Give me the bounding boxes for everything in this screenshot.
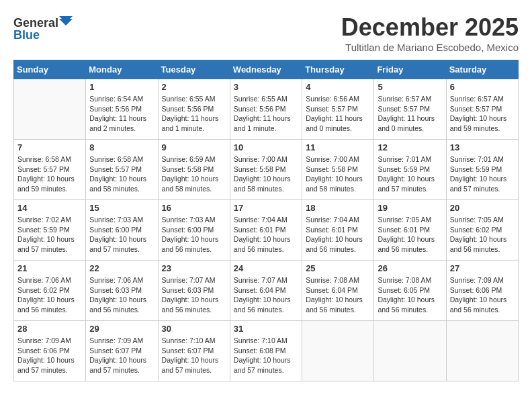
day-cell: 24Sunrise: 7:07 AMSunset: 6:04 PMDayligh… xyxy=(230,261,302,321)
week-row-3: 14Sunrise: 7:02 AMSunset: 5:59 PMDayligh… xyxy=(14,200,519,261)
day-number: 2 xyxy=(162,82,226,92)
day-info: Sunrise: 7:09 AMSunset: 6:06 PMDaylight:… xyxy=(17,336,82,375)
weekday-header-monday: Monday xyxy=(86,60,158,79)
day-number: 9 xyxy=(162,142,226,152)
day-cell: 29Sunrise: 7:09 AMSunset: 6:07 PMDayligh… xyxy=(86,321,158,381)
day-cell: 25Sunrise: 7:08 AMSunset: 6:04 PMDayligh… xyxy=(302,261,374,321)
week-row-1: 1Sunrise: 6:54 AMSunset: 5:56 PMDaylight… xyxy=(14,79,519,140)
month-title: December 2025 xyxy=(341,13,519,42)
day-info: Sunrise: 7:03 AMSunset: 6:00 PMDaylight:… xyxy=(162,215,226,255)
day-number: 31 xyxy=(234,324,298,334)
day-number: 7 xyxy=(17,142,82,152)
day-number: 18 xyxy=(306,203,370,213)
day-cell: 10Sunrise: 7:00 AMSunset: 5:58 PMDayligh… xyxy=(230,140,302,200)
day-cell: 9Sunrise: 6:59 AMSunset: 5:58 PMDaylight… xyxy=(158,140,230,200)
day-cell xyxy=(14,79,86,140)
day-info: Sunrise: 7:04 AMSunset: 6:01 PMDaylight:… xyxy=(234,215,298,255)
day-cell: 22Sunrise: 7:06 AMSunset: 6:03 PMDayligh… xyxy=(86,261,158,321)
day-info: Sunrise: 7:05 AMSunset: 6:02 PMDaylight:… xyxy=(450,215,515,255)
day-info: Sunrise: 7:08 AMSunset: 6:04 PMDaylight:… xyxy=(306,275,370,315)
day-info: Sunrise: 7:01 AMSunset: 5:59 PMDaylight:… xyxy=(378,154,442,194)
day-info: Sunrise: 7:04 AMSunset: 6:01 PMDaylight:… xyxy=(306,215,370,255)
day-cell: 6Sunrise: 6:57 AMSunset: 5:57 PMDaylight… xyxy=(446,79,518,140)
day-cell xyxy=(374,321,446,381)
day-number: 27 xyxy=(450,263,515,273)
day-info: Sunrise: 7:09 AMSunset: 6:06 PMDaylight:… xyxy=(450,275,515,315)
day-cell: 19Sunrise: 7:05 AMSunset: 6:01 PMDayligh… xyxy=(374,200,446,261)
day-number: 17 xyxy=(234,203,298,213)
logo-icon: General Blue xyxy=(13,13,74,44)
day-cell: 31Sunrise: 7:10 AMSunset: 6:08 PMDayligh… xyxy=(230,321,302,381)
day-number: 6 xyxy=(450,82,515,92)
day-cell: 7Sunrise: 6:58 AMSunset: 5:57 PMDaylight… xyxy=(14,140,86,200)
day-number: 13 xyxy=(450,142,515,152)
day-cell: 23Sunrise: 7:07 AMSunset: 6:03 PMDayligh… xyxy=(158,261,230,321)
calendar-table: SundayMondayTuesdayWednesdayThursdayFrid… xyxy=(13,60,519,381)
day-number: 4 xyxy=(306,82,370,92)
day-number: 1 xyxy=(89,82,154,92)
day-info: Sunrise: 7:08 AMSunset: 6:05 PMDaylight:… xyxy=(378,275,442,315)
day-number: 30 xyxy=(162,324,226,334)
calendar-body: 1Sunrise: 6:54 AMSunset: 5:56 PMDaylight… xyxy=(14,79,519,381)
day-number: 14 xyxy=(17,203,82,213)
day-cell: 2Sunrise: 6:55 AMSunset: 5:56 PMDaylight… xyxy=(158,79,230,140)
day-info: Sunrise: 7:07 AMSunset: 6:03 PMDaylight:… xyxy=(162,275,226,315)
day-info: Sunrise: 6:54 AMSunset: 5:56 PMDaylight:… xyxy=(89,94,154,134)
day-info: Sunrise: 7:07 AMSunset: 6:04 PMDaylight:… xyxy=(234,275,298,315)
weekday-header-saturday: Saturday xyxy=(446,60,518,79)
day-info: Sunrise: 6:57 AMSunset: 5:57 PMDaylight:… xyxy=(378,94,442,134)
day-cell: 21Sunrise: 7:06 AMSunset: 6:02 PMDayligh… xyxy=(14,261,86,321)
day-cell: 15Sunrise: 7:03 AMSunset: 6:00 PMDayligh… xyxy=(86,200,158,261)
day-info: Sunrise: 7:03 AMSunset: 6:00 PMDaylight:… xyxy=(89,215,154,255)
day-number: 26 xyxy=(378,263,442,273)
day-number: 24 xyxy=(234,263,298,273)
weekday-header-friday: Friday xyxy=(374,60,446,79)
day-number: 20 xyxy=(450,203,515,213)
day-cell: 5Sunrise: 6:57 AMSunset: 5:57 PMDaylight… xyxy=(374,79,446,140)
day-cell: 28Sunrise: 7:09 AMSunset: 6:06 PMDayligh… xyxy=(14,321,86,381)
day-number: 28 xyxy=(17,324,82,334)
day-number: 10 xyxy=(234,142,298,152)
day-number: 22 xyxy=(89,263,154,273)
day-info: Sunrise: 7:06 AMSunset: 6:02 PMDaylight:… xyxy=(17,275,82,315)
day-info: Sunrise: 7:02 AMSunset: 5:59 PMDaylight:… xyxy=(17,215,82,255)
day-cell: 20Sunrise: 7:05 AMSunset: 6:02 PMDayligh… xyxy=(446,200,518,261)
day-number: 19 xyxy=(378,203,442,213)
day-info: Sunrise: 6:55 AMSunset: 5:56 PMDaylight:… xyxy=(234,94,298,134)
day-info: Sunrise: 7:05 AMSunset: 6:01 PMDaylight:… xyxy=(378,215,442,255)
week-row-2: 7Sunrise: 6:58 AMSunset: 5:57 PMDaylight… xyxy=(14,140,519,200)
day-cell: 27Sunrise: 7:09 AMSunset: 6:06 PMDayligh… xyxy=(446,261,518,321)
day-info: Sunrise: 6:58 AMSunset: 5:57 PMDaylight:… xyxy=(17,154,82,194)
day-number: 25 xyxy=(306,263,370,273)
day-cell: 17Sunrise: 7:04 AMSunset: 6:01 PMDayligh… xyxy=(230,200,302,261)
weekday-header-thursday: Thursday xyxy=(302,60,374,79)
day-cell xyxy=(302,321,374,381)
weekday-header-sunday: Sunday xyxy=(14,60,86,79)
weekday-header-wednesday: Wednesday xyxy=(230,60,302,79)
day-cell: 26Sunrise: 7:08 AMSunset: 6:05 PMDayligh… xyxy=(374,261,446,321)
weekday-header-tuesday: Tuesday xyxy=(158,60,230,79)
day-cell: 30Sunrise: 7:10 AMSunset: 6:07 PMDayligh… xyxy=(158,321,230,381)
day-cell: 14Sunrise: 7:02 AMSunset: 5:59 PMDayligh… xyxy=(14,200,86,261)
day-info: Sunrise: 6:55 AMSunset: 5:56 PMDaylight:… xyxy=(162,94,226,134)
day-cell: 18Sunrise: 7:04 AMSunset: 6:01 PMDayligh… xyxy=(302,200,374,261)
day-info: Sunrise: 7:01 AMSunset: 5:59 PMDaylight:… xyxy=(450,154,515,194)
day-cell: 4Sunrise: 6:56 AMSunset: 5:57 PMDaylight… xyxy=(302,79,374,140)
day-number: 15 xyxy=(89,203,154,213)
day-number: 12 xyxy=(378,142,442,152)
day-number: 3 xyxy=(234,82,298,92)
title-area: December 2025 Tultitlan de Mariano Escob… xyxy=(341,13,519,53)
day-cell: 16Sunrise: 7:03 AMSunset: 6:00 PMDayligh… xyxy=(158,200,230,261)
header: General Blue December 2025 Tultitlan de … xyxy=(13,13,519,53)
day-info: Sunrise: 6:57 AMSunset: 5:57 PMDaylight:… xyxy=(450,94,515,134)
day-info: Sunrise: 7:00 AMSunset: 5:58 PMDaylight:… xyxy=(234,154,298,194)
day-cell: 11Sunrise: 7:00 AMSunset: 5:58 PMDayligh… xyxy=(302,140,374,200)
week-row-4: 21Sunrise: 7:06 AMSunset: 6:02 PMDayligh… xyxy=(14,261,519,321)
day-number: 21 xyxy=(17,263,82,273)
day-info: Sunrise: 6:58 AMSunset: 5:57 PMDaylight:… xyxy=(89,154,154,194)
day-cell xyxy=(446,321,518,381)
day-info: Sunrise: 7:10 AMSunset: 6:08 PMDaylight:… xyxy=(234,336,298,375)
svg-text:Blue: Blue xyxy=(13,28,40,42)
day-number: 16 xyxy=(162,203,226,213)
day-info: Sunrise: 7:06 AMSunset: 6:03 PMDaylight:… xyxy=(89,275,154,315)
